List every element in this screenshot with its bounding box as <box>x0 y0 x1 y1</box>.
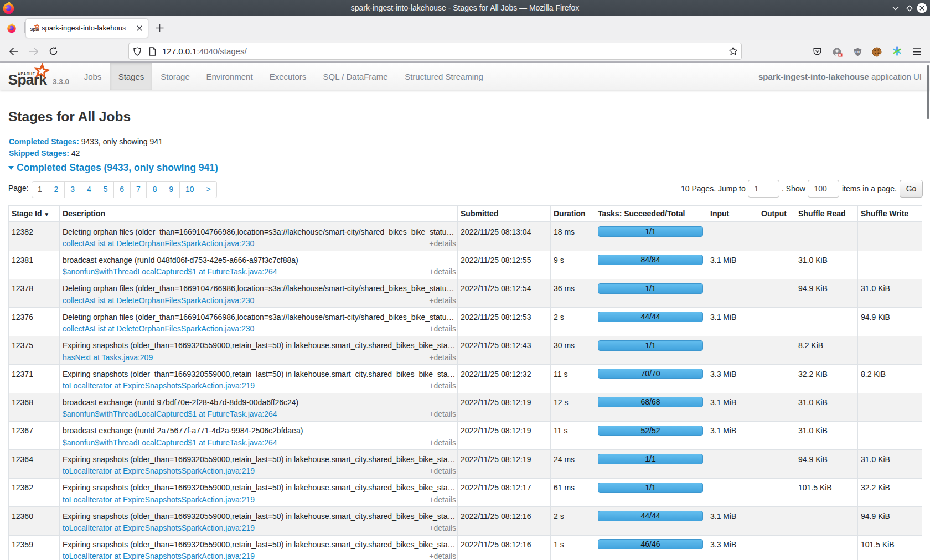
svg-text:3.3.0: 3.3.0 <box>53 77 69 86</box>
svg-text:UO: UO <box>855 50 860 54</box>
